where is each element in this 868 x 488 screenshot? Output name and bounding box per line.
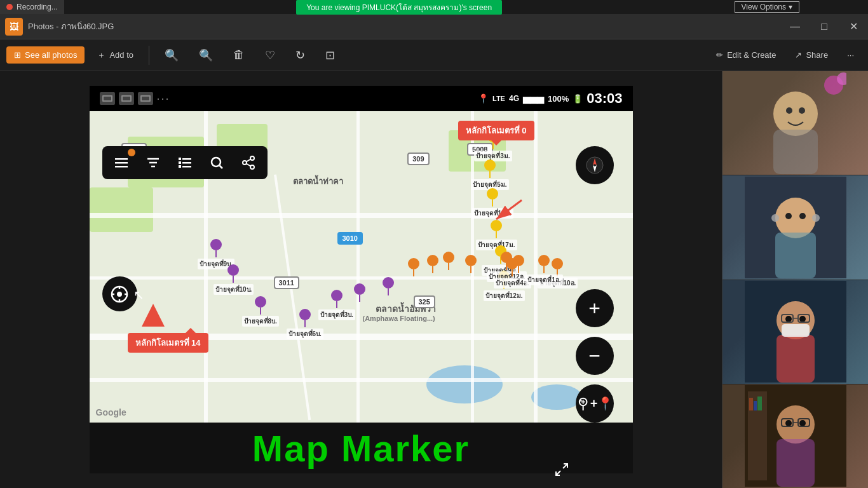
participant-2-video <box>722 175 868 280</box>
more-options-button[interactable]: ··· <box>839 46 862 64</box>
phone-btn-1 <box>100 92 115 105</box>
svg-point-23 <box>331 290 342 301</box>
phone-status-bar: ··· 📍 LTE 4G ▅▅▅ 100% 🔋 03:03 <box>90 86 633 111</box>
svg-point-19 <box>255 296 266 308</box>
main-content: ··· 📍 LTE 4G ▅▅▅ 100% 🔋 03:03 <box>0 71 868 488</box>
pin-orange-4 <box>465 254 477 273</box>
map-toolbar <box>102 146 268 179</box>
close-button[interactable]: ✕ <box>839 14 868 39</box>
svg-point-93 <box>771 214 779 222</box>
svg-point-9 <box>491 220 502 231</box>
pin-purple-2: ป้ายจุดที่10บ. <box>214 264 254 295</box>
zoom-in-button[interactable]: 🔍 <box>157 44 186 66</box>
map-zoom-out-button[interactable]: − <box>576 337 614 375</box>
crop-icon: ⊡ <box>325 48 335 62</box>
map-location-button[interactable] <box>102 276 137 311</box>
map-road <box>356 111 360 423</box>
town-label-2en: (Amphawa Floating...) <box>363 315 435 322</box>
map-green-area <box>90 187 153 232</box>
map-menu-button[interactable] <box>110 151 133 174</box>
map-water <box>531 384 582 410</box>
svg-point-33 <box>443 252 454 263</box>
zoom-out-button[interactable]: 🔍 <box>191 44 220 66</box>
road-badge-3010: 3010 <box>337 232 363 245</box>
map-add-marker-button[interactable]: + +📍 <box>576 384 614 423</box>
svg-line-60 <box>219 166 222 169</box>
road-badge-309: 309 <box>407 152 429 165</box>
svg-point-67 <box>117 292 122 297</box>
zoom-in-icon: 🔍 <box>165 48 179 62</box>
svg-point-89 <box>775 198 816 238</box>
map-search-button[interactable] <box>205 151 228 174</box>
map-filter-button[interactable] <box>142 151 165 174</box>
map-compass-button[interactable] <box>576 146 614 184</box>
svg-rect-58 <box>182 166 191 168</box>
expand-button[interactable] <box>554 462 569 480</box>
view-options-button[interactable]: View Options ▾ <box>735 1 799 13</box>
location-icon: 📍 <box>478 93 489 104</box>
rotate-icon: ↻ <box>295 48 305 62</box>
participant-2-face <box>722 175 868 279</box>
signal-lte: LTE <box>492 95 505 102</box>
separator <box>149 46 149 65</box>
delete-button[interactable]: 🗑 <box>226 44 252 65</box>
svg-point-99 <box>799 316 806 322</box>
window-title: Photos - ภาพนิ่ง60.JPG <box>28 20 114 33</box>
add-to-button[interactable]: ＋ Add to <box>90 46 141 65</box>
map-list-button[interactable] <box>173 151 196 174</box>
svg-rect-54 <box>182 158 191 160</box>
map-share-button[interactable] <box>237 151 260 174</box>
app-icon: 🖼 <box>5 18 23 36</box>
svg-point-94 <box>812 214 820 222</box>
svg-point-108 <box>799 420 806 426</box>
participants-panel <box>722 71 868 488</box>
favorite-button[interactable]: ♡ <box>257 44 283 66</box>
recording-text: Recording... <box>17 3 58 11</box>
maximize-button[interactable]: □ <box>810 14 839 39</box>
pin-yellow-3: ป้ายจุดที่18ม. <box>472 187 513 219</box>
edit-icon: ✏ <box>716 50 723 60</box>
road-badge-325: 325 <box>414 295 435 308</box>
phone-btn-3 <box>138 92 153 105</box>
phone-btn-2 <box>119 92 134 105</box>
map-zoom-in-button[interactable]: + <box>576 289 614 327</box>
road-badge-3011: 3011 <box>274 276 299 289</box>
phone-status-right: 📍 LTE 4G ▅▅▅ 100% 🔋 03:03 <box>478 90 623 107</box>
svg-point-85 <box>799 107 805 114</box>
participant-1-face <box>722 71 868 175</box>
window-controls[interactable]: — □ ✕ <box>780 14 868 39</box>
svg-point-21 <box>299 309 311 320</box>
pin-orange-2 <box>426 254 439 273</box>
svg-point-59 <box>212 158 220 166</box>
crop-button[interactable]: ⊡ <box>318 44 342 66</box>
toolbar: ⊞ See all photos ＋ Add to 🔍 🔍 🗑 ♡ ↻ ⊡ ✏ … <box>0 39 868 71</box>
svg-point-31 <box>427 255 438 266</box>
svg-line-80 <box>563 464 567 468</box>
map-road <box>90 213 633 218</box>
rotate-button[interactable]: ↻ <box>288 44 313 66</box>
screen-share-banner: You are viewing PIMLUCK(โต้ส สมุทรสงคราม… <box>296 0 502 15</box>
see-all-photos-button[interactable]: ⊞ See all photos <box>6 46 85 64</box>
photos-icon: ⊞ <box>14 50 21 60</box>
minimize-button[interactable]: — <box>780 14 810 39</box>
edit-create-button[interactable]: ✏ Edit & Create <box>709 46 783 64</box>
svg-text:+: + <box>578 397 582 404</box>
recording-dot <box>6 4 13 10</box>
svg-point-5 <box>484 159 496 171</box>
svg-point-25 <box>354 283 365 295</box>
title-bar: 🖼 Photos - ภาพนิ่ง60.JPG — □ ✕ <box>0 14 868 39</box>
pin-orange-9: ป้ายจุดที่1อ. <box>526 254 562 285</box>
map-container[interactable]: 5018 5008 3010 3011 309 325 ตลาดน้ำท่าคา… <box>90 111 633 423</box>
share-button[interactable]: ↗ Share <box>787 46 836 64</box>
share-icon: ↗ <box>795 50 802 60</box>
photo-area: ··· 📍 LTE 4G ▅▅▅ 100% 🔋 03:03 <box>0 71 722 488</box>
svg-rect-115 <box>757 396 762 410</box>
svg-point-27 <box>383 277 394 288</box>
phone-time: 03:03 <box>587 90 622 107</box>
map-water <box>426 365 503 403</box>
svg-point-91 <box>785 213 792 219</box>
map-marker-text: Map Marker <box>252 427 470 470</box>
svg-rect-83 <box>773 130 818 174</box>
svg-point-61 <box>250 156 254 160</box>
svg-point-29 <box>408 258 419 269</box>
